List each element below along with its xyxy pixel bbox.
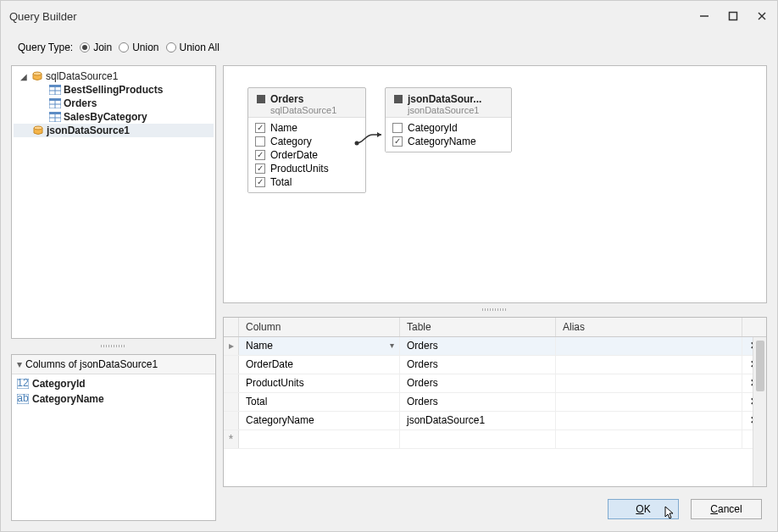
cell-alias[interactable] xyxy=(556,374,742,392)
query-type-label: Query Type: xyxy=(18,42,73,53)
field-productunits[interactable]: ProductUnits xyxy=(253,162,360,175)
column-item-categoryid[interactable]: 12 CategoryId xyxy=(14,376,214,391)
checkbox-icon[interactable] xyxy=(255,150,265,160)
vertical-scrollbar[interactable] xyxy=(753,337,766,486)
field-category[interactable]: Category xyxy=(253,135,360,148)
left-column: ◢ sqlDataSource1 BestSellingProducts Ord… xyxy=(11,65,216,521)
grid-row[interactable]: OrderDate Orders ✕ xyxy=(224,356,766,374)
radio-union-all[interactable]: Union All xyxy=(166,42,220,53)
radio-dot-icon xyxy=(80,42,90,53)
horizontal-splitter[interactable] xyxy=(223,307,767,313)
ok-button[interactable]: OK xyxy=(608,499,679,519)
titlebar: Query Builder xyxy=(1,1,777,31)
tree-node-salesbycategory[interactable]: SalesByCategory xyxy=(14,110,214,124)
expand-icon[interactable]: ◢ xyxy=(20,72,29,81)
tree-node-orders[interactable]: Orders xyxy=(14,97,214,110)
cell-alias[interactable] xyxy=(556,430,742,448)
box-header[interactable]: jsonDataSour... jsonDataSource1 xyxy=(386,88,511,117)
join-connector[interactable] xyxy=(354,130,388,150)
grid-row[interactable]: ▸ Name▾ Orders ✕ xyxy=(224,337,766,356)
header-column[interactable]: Column xyxy=(239,318,400,336)
row-indicator xyxy=(224,356,239,374)
minimize-button[interactable] xyxy=(697,9,711,23)
cell-alias[interactable] xyxy=(556,356,742,374)
main-row: ◢ sqlDataSource1 BestSellingProducts Ord… xyxy=(11,65,767,521)
grid-row[interactable]: Total Orders ✕ xyxy=(224,393,766,412)
cell-table[interactable]: Orders xyxy=(400,337,556,355)
collapse-icon[interactable]: ▾ xyxy=(17,358,22,370)
dialog-buttons: OK Cancel xyxy=(223,490,767,521)
field-orderdate[interactable]: OrderDate xyxy=(253,148,360,162)
content: Query Type: Join Union Union All ◢ sqlDa… xyxy=(1,31,777,531)
cell-column[interactable] xyxy=(239,430,400,448)
radio-join[interactable]: Join xyxy=(80,42,112,53)
row-indicator: ▸ xyxy=(224,337,239,355)
window-controls xyxy=(697,9,769,23)
checkbox-icon[interactable] xyxy=(392,136,403,147)
checkbox-icon[interactable] xyxy=(255,136,265,147)
table-icon xyxy=(49,85,61,95)
scrollbar-thumb[interactable] xyxy=(756,341,764,391)
cell-alias[interactable] xyxy=(556,337,742,355)
cell-alias[interactable] xyxy=(556,393,742,411)
field-name[interactable]: Name xyxy=(253,121,360,135)
table-box-orders[interactable]: Orders sqlDataSource1 Name Category Orde… xyxy=(247,87,366,193)
columns-panel-header[interactable]: ▾ Columns of jsonDataSource1 xyxy=(12,355,215,374)
box-fields: Name Category OrderDate ProductUnits Tot… xyxy=(248,117,365,192)
cell-table[interactable]: jsonDataSource1 xyxy=(400,412,556,429)
tree-node-jsondatasource1[interactable]: jsonDataSource1 xyxy=(14,124,214,137)
tree-node-bestsellingproducts[interactable]: BestSellingProducts xyxy=(14,83,214,97)
svg-point-22 xyxy=(355,141,359,146)
row-indicator-header xyxy=(224,318,239,336)
checkbox-icon[interactable] xyxy=(255,177,265,187)
grid-row[interactable]: ProductUnits Orders ✕ xyxy=(224,374,766,393)
svg-rect-1 xyxy=(730,13,737,20)
cell-column[interactable]: Total xyxy=(239,393,400,411)
close-button[interactable] xyxy=(755,9,769,23)
box-header[interactable]: Orders sqlDataSource1 xyxy=(248,88,365,117)
query-type-row: Query Type: Join Union Union All xyxy=(11,38,767,60)
tree-label: Orders xyxy=(64,97,97,109)
horizontal-splitter[interactable] xyxy=(11,344,216,349)
cell-column[interactable]: OrderDate xyxy=(239,356,400,374)
cancel-button[interactable]: Cancel xyxy=(691,499,762,519)
row-indicator xyxy=(224,374,239,392)
checkbox-icon[interactable] xyxy=(255,163,265,174)
str-column-icon: ab xyxy=(17,394,29,404)
checkbox-icon[interactable] xyxy=(255,123,265,133)
column-item-categoryname[interactable]: ab CategoryName xyxy=(14,391,214,407)
design-canvas[interactable]: Orders sqlDataSource1 Name Category Orde… xyxy=(223,65,767,303)
field-categoryid[interactable]: CategoryId xyxy=(391,121,506,135)
datasource-tree[interactable]: ◢ sqlDataSource1 BestSellingProducts Ord… xyxy=(11,65,216,339)
tree-label: BestSellingProducts xyxy=(64,84,163,96)
output-grid[interactable]: Column Table Alias ▸ Name▾ Orders ✕ xyxy=(223,317,767,487)
window-title: Query Builder xyxy=(9,10,697,23)
cell-table[interactable]: Orders xyxy=(400,356,556,374)
chevron-down-icon[interactable]: ▾ xyxy=(390,341,394,350)
columns-list: 12 CategoryId ab CategoryName xyxy=(12,374,215,408)
row-indicator xyxy=(224,412,239,429)
maximize-button[interactable] xyxy=(726,9,740,23)
datasource-icon xyxy=(32,125,44,136)
radio-union[interactable]: Union xyxy=(119,42,158,53)
checkbox-icon[interactable] xyxy=(392,123,403,133)
grid-row[interactable]: CategoryName jsonDataSource1 ✕ xyxy=(224,412,766,430)
columns-panel-title: Columns of jsonDataSource1 xyxy=(25,358,158,370)
right-column: Orders sqlDataSource1 Name Category Orde… xyxy=(223,65,767,521)
cell-column[interactable]: CategoryName xyxy=(239,412,400,429)
grid-body: ▸ Name▾ Orders ✕ OrderDate Orders ✕ xyxy=(224,337,766,486)
int-column-icon: 12 xyxy=(17,379,29,389)
cell-column[interactable]: Name▾ xyxy=(239,337,400,355)
grid-new-row[interactable]: * xyxy=(224,430,766,449)
cell-table[interactable]: Orders xyxy=(400,374,556,392)
cell-table[interactable]: Orders xyxy=(400,393,556,411)
header-table[interactable]: Table xyxy=(400,318,556,336)
cell-alias[interactable] xyxy=(556,412,742,429)
field-categoryname[interactable]: CategoryName xyxy=(391,135,506,148)
field-total[interactable]: Total xyxy=(253,175,360,189)
cell-column[interactable]: ProductUnits xyxy=(239,374,400,392)
header-alias[interactable]: Alias xyxy=(556,318,742,336)
table-box-jsondatasource[interactable]: jsonDataSour... jsonDataSource1 Category… xyxy=(385,87,512,152)
tree-node-sqldatasource1[interactable]: ◢ sqlDataSource1 xyxy=(14,69,214,83)
cell-table[interactable] xyxy=(400,430,556,448)
